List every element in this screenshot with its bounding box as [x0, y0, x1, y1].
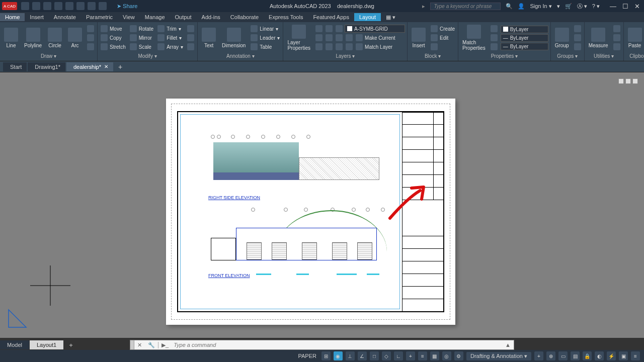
tab-expresstools[interactable]: Express Tools [264, 13, 308, 21]
group-m3-button[interactable] [573, 43, 582, 51]
share-link[interactable]: Share [117, 3, 137, 10]
block-attr-button[interactable] [430, 43, 456, 51]
qat-new-icon[interactable] [21, 2, 29, 10]
tab-parametric[interactable]: Parametric [81, 13, 118, 21]
viewport-max-button[interactable] [625, 78, 631, 84]
make-current-button[interactable]: Make Current [355, 34, 396, 42]
space-indicator[interactable]: PAPER [296, 353, 318, 359]
group-m2-button[interactable] [573, 34, 582, 42]
hwaccel-toggle[interactable]: ⚡ [607, 351, 616, 360]
command-input[interactable] [172, 342, 502, 348]
modify-m3-button[interactable] [186, 43, 195, 51]
help-search-input[interactable]: Type a keyword or phrase [430, 3, 501, 10]
measure-button[interactable]: Measure [587, 27, 610, 49]
table-button[interactable]: Table [250, 43, 281, 51]
trim-button[interactable]: Trim ▾ [156, 25, 184, 33]
minimize-button[interactable]: — [610, 3, 616, 10]
arc-button[interactable]: Arc [66, 27, 84, 49]
stretch-button[interactable]: Stretch [100, 43, 127, 51]
block-edit-button[interactable]: Edit [430, 34, 456, 42]
panel-title-groups[interactable]: Groups ▾ [553, 52, 582, 60]
tab-output[interactable]: Output [170, 13, 197, 21]
qat-save-icon[interactable] [43, 2, 51, 10]
circle-button[interactable]: Circle [46, 27, 64, 49]
tab-addins[interactable]: Add-ins [197, 13, 225, 21]
current-layer-combo[interactable]: A-SYMB-GRID [345, 25, 405, 33]
tab-layout[interactable]: Layout [354, 13, 381, 21]
layer-state1-button[interactable] [314, 25, 324, 33]
cmdline-history-icon[interactable]: ▲ [502, 342, 514, 348]
util-m2-button[interactable] [612, 34, 621, 42]
group-button[interactable]: Group [553, 27, 571, 49]
layer-t4-button[interactable] [345, 34, 354, 42]
layer-b2-button[interactable] [325, 43, 334, 51]
cart-icon[interactable]: 🛒 [565, 3, 572, 10]
modify-m1-button[interactable] [186, 25, 195, 33]
prop-pal3-button[interactable] [490, 43, 499, 51]
tab-annotate[interactable]: Annotate [49, 13, 81, 21]
mirror-button[interactable]: Mirror [129, 34, 154, 42]
add-file-tab-button[interactable]: + [114, 63, 126, 71]
add-layout-button[interactable]: + [64, 341, 78, 349]
3dosnap-toggle[interactable]: ◇ [382, 351, 391, 360]
qat-redo-icon[interactable] [99, 2, 107, 10]
workspace-combo[interactable]: Drafting & Annotation ▾ [466, 352, 531, 360]
cleanscreen-toggle[interactable]: ▣ [619, 351, 628, 360]
tab-home[interactable]: Home [0, 13, 25, 21]
text-button[interactable]: Text [200, 27, 218, 49]
qat-web-icon[interactable] [65, 2, 73, 10]
autodesk-app-icon[interactable]: ▾ [557, 3, 560, 10]
annoscale-toggle[interactable]: ⚙ [454, 351, 463, 360]
draw-misc1-button[interactable] [86, 25, 95, 33]
tab-view[interactable]: View [118, 13, 140, 21]
array-button[interactable]: Array ▾ [156, 43, 184, 51]
tab-collaborate[interactable]: Collaborate [225, 13, 264, 21]
customize-status-button[interactable]: ≡ [631, 351, 640, 360]
app-icon[interactable]: A CAD [2, 2, 17, 10]
modify-m2-button[interactable] [186, 34, 195, 42]
close-tab-icon[interactable]: ✕ [104, 64, 108, 69]
block-create-button[interactable]: Create [430, 25, 456, 33]
user-icon[interactable]: 👤 [518, 3, 525, 10]
polar-toggle[interactable]: ∠ [358, 351, 367, 360]
paste-button[interactable]: Paste [626, 27, 644, 49]
dimension-button[interactable]: Dimension [220, 27, 248, 49]
util-m1-button[interactable] [612, 25, 621, 33]
isolate-toggle[interactable]: ◐ [595, 351, 604, 360]
rotate-button[interactable]: Rotate [129, 25, 154, 33]
copy-button[interactable]: Copy [100, 34, 127, 42]
maximize-button[interactable]: ☐ [622, 3, 628, 10]
panel-title-draw[interactable]: Draw ▾ [2, 52, 95, 60]
layer-b4-button[interactable] [345, 43, 354, 51]
layer-state2-button[interactable] [325, 25, 334, 33]
grid-toggle[interactable]: ⊞ [321, 351, 331, 360]
leader-button[interactable]: Leader ▾ [250, 34, 281, 42]
qat-open-icon[interactable] [32, 2, 40, 10]
linear-button[interactable]: Linear ▾ [250, 25, 281, 33]
close-button[interactable]: ✕ [634, 3, 640, 10]
annomonitor-toggle[interactable]: ⊕ [546, 351, 555, 360]
file-tab-start[interactable]: Start [3, 62, 27, 71]
a360-icon[interactable]: Ⓐ ▾ [577, 3, 587, 10]
viewport-close-button[interactable] [632, 78, 638, 84]
panel-title-block[interactable]: Block ▾ [410, 52, 456, 60]
viewport[interactable]: RIGHT SIDE ELEVATION [180, 114, 400, 309]
cmdline-close-icon[interactable]: ✕ [134, 342, 145, 348]
fillet-button[interactable]: Fillet ▾ [156, 34, 184, 42]
qat-saveas-icon[interactable] [54, 2, 62, 10]
prop-pal2-button[interactable] [490, 34, 499, 42]
polyline-button[interactable]: Polyline [22, 27, 44, 49]
cmdline-grip[interactable] [130, 340, 134, 349]
match-layer-button[interactable]: Match Layer [355, 43, 393, 51]
layer-t2-button[interactable] [325, 34, 334, 42]
viewport-min-button[interactable] [618, 78, 624, 84]
model-tab[interactable]: Model [0, 340, 29, 349]
layer-b3-button[interactable] [335, 43, 344, 51]
prop-pal-button[interactable] [490, 25, 499, 33]
layer-properties-button[interactable]: Layer Properties [285, 24, 312, 52]
qat-plot-icon[interactable] [76, 2, 85, 10]
lockui-toggle[interactable]: 🔒 [583, 351, 592, 360]
tab-featuredapps[interactable]: Featured Apps [308, 13, 354, 21]
osnap-toggle[interactable]: □ [370, 351, 379, 360]
cmdline-customize-icon[interactable]: 🔧 [145, 342, 158, 348]
